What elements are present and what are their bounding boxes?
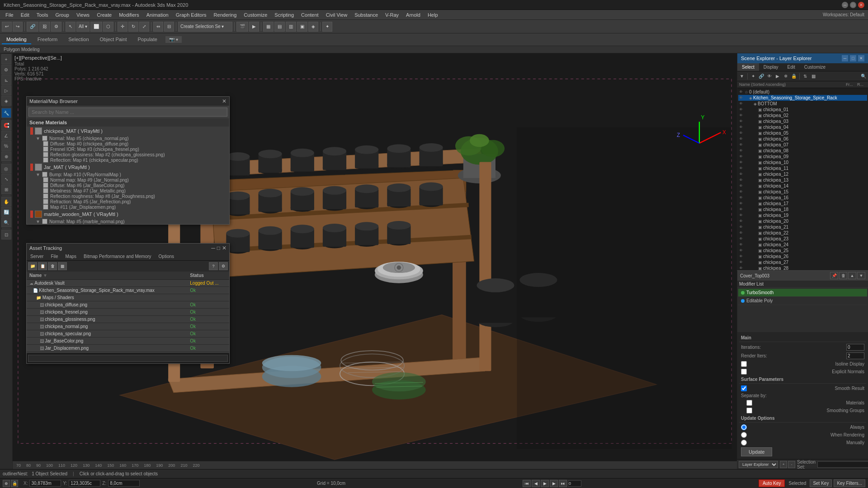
mat-browser-title-bar[interactable]: Material/Map Browser ✕ [27,97,229,106]
se-tree-item-9[interactable]: 👁 ▣ chickpea_07 [738,142,867,148]
always-radio[interactable] [741,424,747,430]
mod-editablepoly[interactable]: Editable Poly [738,297,867,305]
se-tree-item-0[interactable]: 👁 ☆ 0 (default) [738,89,867,95]
eye-icon-23[interactable]: 👁 [739,225,743,229]
mat-search-input[interactable] [28,108,227,117]
eye-icon-10[interactable]: 👁 [739,149,743,153]
at-btn1[interactable]: 📁 [28,262,37,270]
at-minimize[interactable]: ─ [211,245,215,251]
se-tree-item-13[interactable]: 👁 ▣ chickpea_11 [738,165,867,171]
timeline[interactable]: 70 80 90 100 110 120 130 140 150 160 170… [13,461,737,469]
se-tab-edit[interactable]: Edit [783,63,800,71]
zoom-extents[interactable]: ⤡ [1,174,11,184]
motion-icon[interactable]: ▷ [1,85,11,95]
when-rendering-radio[interactable] [741,432,747,438]
mat-chickpea-diffuse[interactable]: Diffuse: Map #0 (chickpea_diffuse.png) [27,141,229,146]
percent-snap[interactable]: % [1,141,11,151]
menu-graph-editors[interactable]: Graph Editors [172,11,210,19]
layer-btn3[interactable]: ▥ [286,22,296,32]
se-close[interactable]: ✕ [858,55,864,61]
menu-arnold[interactable]: Arnold [402,11,424,19]
hierarchy-icon[interactable]: ⊾ [1,75,11,85]
at-tab-maps[interactable]: Maps [62,253,80,260]
minimize-button[interactable]: ─ [842,2,848,8]
se-tree-item-16[interactable]: 👁 ▣ chickpea_14 [738,183,867,189]
at-row-6[interactable]: 🖼 chickpea_normal.png Ok [27,323,229,330]
mat-browser-close[interactable]: ✕ [222,98,226,104]
se-tree-item-21[interactable]: 👁 ▣ chickpea_19 [738,212,867,218]
select-object-button[interactable]: ↖ [66,22,75,32]
mat-chickpea-normal[interactable]: ▼ Normal: Map #5 (chickpea_normal.png) [27,136,229,141]
eye-icon-11[interactable]: 👁 [739,155,743,159]
menu-help[interactable]: Help [424,11,442,19]
eye-icon-25[interactable]: 👁 [739,237,743,241]
mod-pin-btn[interactable]: 📌 [830,272,838,279]
menu-rendering[interactable]: Rendering [210,11,241,19]
se-tree-item-27[interactable]: 👁 ▣ chickpea_25 [738,248,867,253]
next-frame-btn[interactable]: ▶ [550,480,558,487]
layer-btn5[interactable]: ◈ [308,22,318,32]
se-tree-item-24[interactable]: 👁 ▣ chickpea_22 [738,230,867,236]
at-row-2[interactable]: 📁 Maps / Shaders [27,294,229,301]
link-button[interactable]: 🔗 [27,22,38,32]
se-tree-item-15[interactable]: 👁 ▣ chickpea_13 [738,177,867,183]
menu-group[interactable]: Group [52,11,73,19]
at-btn3[interactable]: 🗑 [48,262,57,270]
at-row-4[interactable]: 🖼 chickpea_fresnel.png Ok [27,309,229,316]
mat-jar-refraction[interactable]: Refraction: Map #5 (Jar_Refrection.png) [27,199,229,204]
mat-chickpea-fresnel[interactable]: Fresnel IOR: Map #3 (chickpea_fresnel.pn… [27,146,229,152]
eye-icon-29[interactable]: 👁 [739,260,743,264]
se-tree-item-19[interactable]: 👁 ▣ chickpea_17 [738,201,867,206]
eye-icon-30[interactable]: 👁 [739,266,743,270]
viewport-toggle[interactable]: ⊡ [1,230,11,239]
create-selection-set-btn[interactable]: Create Selection Se ▾ [178,22,232,32]
at-close[interactable]: ✕ [222,245,226,251]
layer-btn4[interactable]: ▣ [297,22,307,32]
se-link-btn[interactable]: 🔗 [758,73,765,80]
se-tree-item-4[interactable]: 👁 ▣ chickpea_02 [738,113,867,118]
explicit-checkbox[interactable] [741,369,747,375]
menu-substance[interactable]: Substance [351,11,382,19]
at-btn2[interactable]: 📋 [38,262,47,270]
se-tree-item-2[interactable]: 👁 ◈ BOTTOM [738,101,867,107]
at-tab-file[interactable]: File [47,253,61,260]
eye-icon-16[interactable]: 👁 [739,184,743,188]
asset-tracking-title-bar[interactable]: Asset Tracking ─ □ ✕ [27,244,229,253]
se-highlight-btn[interactable]: ✦ [750,73,757,80]
tab-modeling[interactable]: Modeling [2,35,31,44]
tab-populate[interactable]: Populate [133,35,161,44]
modify-icon[interactable]: ⚙ [1,65,11,75]
frame-input[interactable] [568,480,581,487]
rect-select-button[interactable]: ⬜ [90,22,102,32]
at-row-8[interactable]: 🖼 Jar_BaseColor.png Ok [27,338,229,345]
prev-frame-btn[interactable]: ◀ [532,480,540,487]
eye-icon-21[interactable]: 👁 [739,213,743,217]
mat-marble-normal[interactable]: ▼ Normal: Map #5 (marble_normal.png) [27,219,229,224]
auto-key-btn[interactable]: Auto Key [759,479,785,487]
se-sort-btn[interactable]: ⇅ [802,73,809,80]
mod-delete-btn[interactable]: 🗑 [839,272,847,279]
maximize-button[interactable]: □ [850,2,856,8]
at-col-name[interactable]: Name ▼ [27,272,187,280]
se-lock-btn[interactable]: 🔒 [790,73,797,80]
modifier-list[interactable]: TurboSmooth Editable Poly [737,288,868,332]
viewport[interactable]: [+][Perspective][Se...] Total Polys: 1 2… [13,53,737,469]
se-tree-item-11[interactable]: 👁 ▣ chickpea_09 [738,154,867,160]
eye-icon-27[interactable]: 👁 [739,249,743,253]
eye-icon-24[interactable]: 👁 [739,231,743,235]
se-col-btn[interactable]: ▦ [810,73,817,80]
zoom[interactable]: 🔍 [1,217,11,227]
undo-button[interactable]: ↩ [2,22,12,32]
menu-vray[interactable]: V-Ray [382,11,402,19]
se-tree-item-25[interactable]: 👁 ▣ chickpea_23 [738,236,867,242]
unlink-button[interactable]: ⛓ [39,22,50,32]
mat-chickpea-refl[interactable]: Reflection: Map #1 (chickpea_specular.pn… [27,157,229,163]
se-filter-btn[interactable]: ▼ [738,73,745,80]
go-start-btn[interactable]: ⏮ [523,480,531,487]
menu-customize[interactable]: Customize [240,11,271,19]
at-maximize[interactable]: □ [217,245,220,251]
angle-snap[interactable]: ∠ [1,131,11,141]
se-tree-item-20[interactable]: 👁 ▣ chickpea_18 [738,206,867,212]
se-tree-item-18[interactable]: 👁 ▣ chickpea_16 [738,195,867,201]
se-tree-item-5[interactable]: 👁 ▣ chickpea_03 [738,118,867,124]
